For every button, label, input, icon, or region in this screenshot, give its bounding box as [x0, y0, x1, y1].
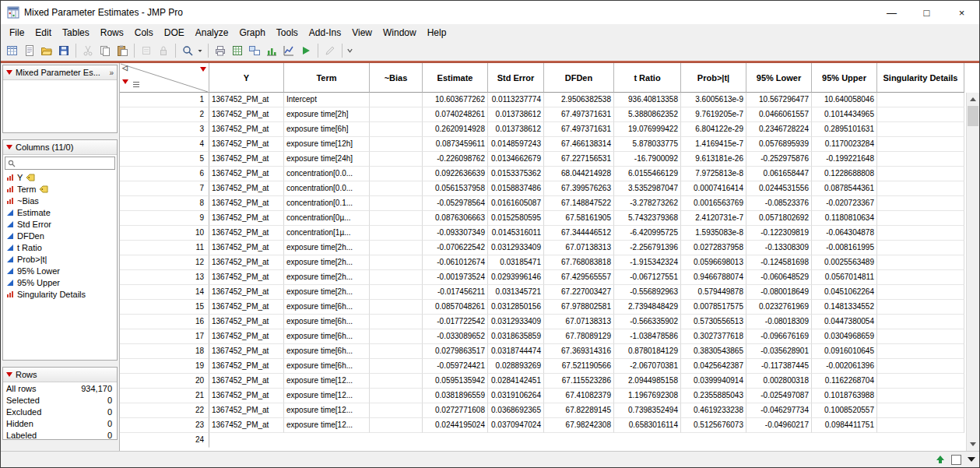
- data-cell[interactable]: 0.0113237774: [488, 93, 544, 107]
- data-cell[interactable]: 0.0007416414: [681, 181, 746, 196]
- data-cell[interactable]: 67.82289145: [544, 403, 614, 418]
- data-cell[interactable]: concentration[0.0...: [284, 181, 370, 196]
- data-cell[interactable]: -0.566335902: [614, 315, 681, 329]
- column-header-dfden[interactable]: DFDen: [544, 63, 614, 93]
- data-cell[interactable]: 0.0916010645: [812, 344, 877, 359]
- data-cell[interactable]: [370, 315, 423, 329]
- data-cell[interactable]: 1367452_PM_at: [209, 137, 284, 152]
- menu-analyze[interactable]: Analyze: [190, 26, 234, 40]
- data-cell[interactable]: 0.1170023284: [812, 137, 877, 152]
- scrollbar-thumb[interactable]: [968, 106, 978, 126]
- data-cell[interactable]: 0.0312933409: [488, 315, 544, 329]
- data-cell[interactable]: 1367452_PM_at: [209, 152, 284, 167]
- scroll-down-button[interactable]: [967, 438, 979, 451]
- column-header-bias[interactable]: ~Bias: [370, 63, 423, 93]
- new-journal-icon[interactable]: [21, 43, 38, 58]
- data-cell[interactable]: 0.061658447: [746, 167, 812, 181]
- data-cell[interactable]: [370, 167, 423, 181]
- column-item-95-lower[interactable]: 95% Lower: [3, 265, 117, 276]
- data-cell[interactable]: 1367452_PM_at: [209, 315, 284, 329]
- data-cell[interactable]: 67.98242308: [544, 418, 614, 433]
- data-cell[interactable]: 19.076999422: [614, 122, 681, 137]
- data-cell[interactable]: 0.0319106264: [488, 389, 544, 403]
- data-cell[interactable]: 0.03185471: [488, 255, 544, 270]
- data-cell[interactable]: -16.7900092: [614, 152, 681, 167]
- data-cell[interactable]: 67.978802581: [544, 300, 614, 315]
- data-cell[interactable]: -0.001973524: [423, 270, 488, 285]
- data-cell[interactable]: exposure time[6h...: [284, 300, 370, 315]
- data-cell[interactable]: 5.3880862352: [614, 107, 681, 122]
- data-cell[interactable]: 0.2346728224: [746, 122, 812, 137]
- data-cell[interactable]: 0.9466788074: [681, 270, 746, 285]
- data-cell[interactable]: [370, 270, 423, 285]
- data-cell[interactable]: 1367452_PM_at: [209, 226, 284, 241]
- data-cell[interactable]: 0.1018763988: [812, 389, 877, 403]
- data-cell[interactable]: [746, 433, 812, 448]
- menu-file[interactable]: File: [4, 26, 30, 40]
- data-cell[interactable]: 0.0984411751: [812, 418, 877, 433]
- data-cell[interactable]: 67.344446512: [544, 226, 614, 241]
- data-cell[interactable]: 67.399576263: [544, 181, 614, 196]
- data-cell[interactable]: 0.0451062264: [812, 285, 877, 300]
- data-cell[interactable]: -0.035628901: [746, 344, 812, 359]
- data-cell[interactable]: exposure time[2h...: [284, 255, 370, 270]
- data-cell[interactable]: -2.067070381: [614, 359, 681, 374]
- data-cell[interactable]: [614, 433, 681, 448]
- data-cell[interactable]: 0.013738612: [488, 122, 544, 137]
- row-number-cell[interactable]: 3: [120, 122, 209, 137]
- data-cell[interactable]: [370, 226, 423, 241]
- column-item-singularity-details[interactable]: Singularity Details: [3, 288, 117, 300]
- data-cell[interactable]: -0.556892963: [614, 285, 681, 300]
- column-item-t-ratio[interactable]: t Ratio: [3, 241, 117, 253]
- column-header-prob-t[interactable]: Prob>|t|: [681, 63, 746, 93]
- row-number-cell[interactable]: 13: [120, 270, 209, 285]
- data-cell[interactable]: 0.2895101631: [812, 122, 877, 137]
- data-cell[interactable]: exposure time[6h...: [284, 329, 370, 344]
- data-cell[interactable]: [370, 122, 423, 137]
- data-cell[interactable]: 1367452_PM_at: [209, 211, 284, 226]
- data-cell[interactable]: 0.2355885043: [681, 389, 746, 403]
- data-cell[interactable]: 1367452_PM_at: [209, 300, 284, 315]
- data-cell[interactable]: 0.0152580595: [488, 211, 544, 226]
- data-cell[interactable]: 9.613181e-26: [681, 152, 746, 167]
- data-cell[interactable]: -0.017456211: [423, 285, 488, 300]
- data-cell[interactable]: 1367452_PM_at: [209, 167, 284, 181]
- data-cell[interactable]: Intercept: [284, 93, 370, 107]
- data-cell[interactable]: -6.420995725: [614, 226, 681, 241]
- data-cell[interactable]: -0.059724421: [423, 359, 488, 374]
- minimize-button[interactable]: —: [874, 1, 909, 24]
- annotate-icon[interactable]: [321, 43, 339, 58]
- data-cell[interactable]: 1367452_PM_at: [209, 389, 284, 403]
- data-cell[interactable]: 67.497371631: [544, 107, 614, 122]
- data-grid-icon[interactable]: [229, 43, 246, 58]
- data-cell[interactable]: 0.5730556513: [681, 315, 746, 329]
- data-cell[interactable]: -0.025497087: [746, 389, 812, 403]
- data-cell[interactable]: [488, 433, 544, 448]
- data-cell[interactable]: 10.603677262: [423, 93, 488, 107]
- data-cell[interactable]: 67.41082379: [544, 389, 614, 403]
- data-cell[interactable]: -0.096676169: [746, 329, 812, 344]
- data-cell[interactable]: 1367452_PM_at: [209, 403, 284, 418]
- red-triangle-icon[interactable]: [6, 372, 12, 377]
- row-number-cell[interactable]: 17: [120, 329, 209, 344]
- data-cell[interactable]: [877, 270, 964, 285]
- data-cell[interactable]: -1.915342324: [614, 255, 681, 270]
- column-item-estimate[interactable]: Estimate: [3, 206, 117, 218]
- column-header-t-ratio[interactable]: t Ratio: [614, 63, 681, 93]
- data-cell[interactable]: 67.521190566: [544, 359, 614, 374]
- data-cell[interactable]: [370, 359, 423, 374]
- data-cell[interactable]: 3.5352987047: [614, 181, 681, 196]
- data-cell[interactable]: [370, 255, 423, 270]
- zoom-icon[interactable]: [179, 43, 196, 58]
- data-cell[interactable]: 0.0134662679: [488, 152, 544, 167]
- data-cell[interactable]: [370, 152, 423, 167]
- columns-panel-header[interactable]: Columns (11/0): [3, 140, 117, 155]
- row-list-icon[interactable]: [132, 80, 140, 90]
- scroll-to-top-icon[interactable]: [936, 455, 945, 464]
- paste-icon[interactable]: [114, 43, 131, 58]
- data-cell[interactable]: -0.093307349: [423, 226, 488, 241]
- data-cell[interactable]: exposure time[2h...: [284, 241, 370, 255]
- data-cell[interactable]: -0.020723367: [812, 196, 877, 211]
- row-number-cell[interactable]: 21: [120, 389, 209, 403]
- line-graph-icon[interactable]: [280, 43, 297, 58]
